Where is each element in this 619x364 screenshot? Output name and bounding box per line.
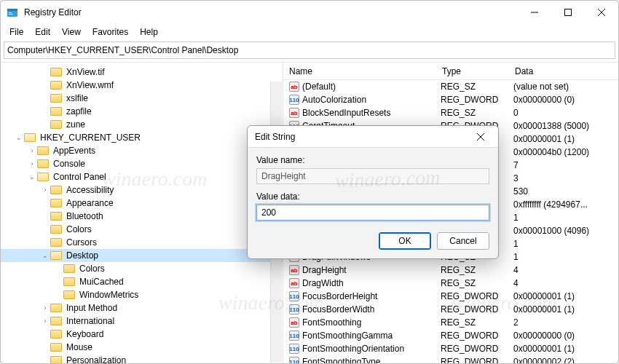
menu-edit[interactable]: Edit	[29, 25, 56, 39]
value-row[interactable]: 110AutoColorizationREG_DWORD0x00000000 (…	[283, 93, 618, 106]
tree-item[interactable]: Keyboard	[1, 328, 283, 341]
tree-label: Colors	[65, 224, 93, 234]
tree-item[interactable]: Colors	[1, 262, 283, 275]
chevron-down-icon[interactable]: ⌄	[40, 252, 50, 259]
tree-item[interactable]: Appearance	[1, 197, 283, 210]
value-row[interactable]: abBlockSendInputResetsREG_SZ0	[283, 106, 618, 119]
tree-item[interactable]: WindowMetrics	[1, 288, 283, 301]
svg-rect-3	[9, 14, 13, 15]
tree-item[interactable]: Personalization	[1, 354, 283, 363]
chevron-right-icon[interactable]: ›	[27, 147, 37, 154]
tree-label: Mouse	[65, 342, 94, 352]
col-data[interactable]: Data	[509, 66, 618, 76]
menu-help[interactable]: Help	[134, 25, 164, 39]
value-row[interactable]: 110FocusBorderWidthREG_DWORD0x00000001 (…	[283, 303, 618, 316]
folder-icon	[50, 225, 62, 234]
value-type: REG_DWORD	[441, 357, 513, 363]
ok-button[interactable]: OK	[379, 232, 431, 250]
chevron-down-icon[interactable]: ⌄	[14, 134, 24, 141]
value-data: 0x00000001 (1)	[513, 134, 618, 144]
tree-item[interactable]: xslfile	[1, 92, 283, 105]
maximize-button[interactable]	[551, 1, 585, 24]
value-row[interactable]: 110FontSmoothingGammaREG_DWORD0x00000000…	[283, 329, 618, 342]
string-value-icon: ab	[289, 82, 299, 92]
value-row[interactable]: 110FontSmoothingTypeREG_DWORD0x00000002 …	[283, 355, 618, 363]
tree-item[interactable]: XnView.wmf	[1, 79, 283, 92]
chevron-right-icon[interactable]: ›	[40, 317, 50, 325]
col-type[interactable]: Type	[436, 66, 509, 76]
value-row[interactable]: abDragHeightREG_SZ4	[283, 264, 618, 277]
value-row[interactable]: 110FontSmoothingOrientationREG_DWORD0x00…	[283, 342, 618, 355]
tree-label: WindowMetrics	[78, 290, 140, 300]
tree-label: Accessibility	[65, 185, 115, 195]
value-row[interactable]: ab(Default)REG_SZ(value not set)	[283, 80, 618, 93]
folder-icon	[37, 159, 49, 168]
tree-item[interactable]: ⌄Desktop	[1, 249, 283, 262]
value-name: FontSmoothing	[302, 317, 441, 328]
tree-item[interactable]: ⌄Control Panel	[1, 170, 283, 183]
folder-icon	[50, 212, 62, 221]
dialog-titlebar[interactable]: Edit String	[248, 126, 498, 148]
value-data: 7	[513, 160, 618, 170]
tree-item[interactable]: ›Input Method	[1, 301, 283, 314]
chevron-right-icon[interactable]: ›	[27, 160, 37, 167]
svg-rect-5	[565, 9, 572, 16]
tree-item[interactable]: Colors	[1, 223, 283, 236]
tree-item[interactable]: ›Accessibility	[1, 183, 283, 197]
tree-item[interactable]: ›International	[1, 314, 283, 328]
value-data: 0x00000001 (1)	[513, 344, 618, 354]
folder-icon	[50, 94, 62, 103]
dialog-close-button[interactable]	[470, 127, 491, 147]
tree-label: Desktop	[65, 250, 100, 261]
value-row[interactable]: abFontSmoothingREG_SZ2	[283, 316, 618, 329]
value-type: REG_DWORD	[441, 344, 513, 354]
tree-item[interactable]: zapfile	[1, 105, 283, 118]
value-data: 1	[513, 239, 618, 249]
value-data: 0xffffffff (4294967...	[513, 199, 618, 210]
address-bar[interactable]	[4, 41, 615, 59]
tree-item[interactable]: ›AppEvents	[1, 144, 283, 157]
dword-value-icon: 110	[289, 95, 299, 105]
tree-item[interactable]: Bluetooth	[1, 210, 283, 223]
menu-favorites[interactable]: Favorites	[87, 25, 134, 39]
value-data: 4	[513, 278, 618, 288]
tree-panel[interactable]: XnView.tifXnView.wmfxslfilezapfilezune⌄H…	[1, 63, 283, 363]
folder-icon	[24, 133, 36, 142]
menu-file[interactable]: File	[4, 25, 29, 39]
folder-icon	[50, 120, 62, 129]
tree-item[interactable]: XnView.tif	[1, 66, 283, 79]
value-data: 0x00000000 (0)	[513, 95, 618, 105]
titlebar[interactable]: Registry Editor	[1, 1, 618, 24]
value-name: AutoColorization	[302, 95, 441, 105]
value-row[interactable]: 110FocusBorderHeightREG_DWORD0x00000001 …	[283, 290, 618, 303]
tree-item[interactable]: Mouse	[1, 341, 283, 354]
value-data-label: Value data:	[256, 191, 489, 202]
value-data: 0x00001388 (5000)	[513, 121, 618, 131]
chevron-right-icon[interactable]: ›	[40, 304, 50, 312]
app-title: Registry Editor	[24, 7, 518, 17]
tree-item[interactable]: Cursors	[1, 236, 283, 249]
menu-view[interactable]: View	[56, 25, 87, 39]
col-name[interactable]: Name	[283, 66, 436, 76]
value-name: FocusBorderHeight	[302, 291, 441, 301]
address-input[interactable]	[7, 45, 612, 55]
list-header[interactable]: Name Type Data	[283, 63, 618, 80]
value-row[interactable]: abDragWidthREG_SZ4	[283, 277, 618, 290]
close-button[interactable]	[585, 1, 618, 24]
value-type: REG_DWORD	[441, 331, 513, 341]
value-type: REG_DWORD	[441, 95, 513, 105]
tree-item[interactable]: zune	[1, 118, 283, 131]
value-data-input[interactable]	[256, 205, 489, 221]
tree-label: Control Panel	[52, 172, 108, 182]
menubar: File Edit View Favorites Help	[1, 24, 618, 40]
tree-label: XnView.wmf	[65, 80, 115, 90]
tree-item[interactable]: ⌄HKEY_CURRENT_USER	[1, 131, 283, 144]
chevron-down-icon[interactable]: ⌄	[27, 173, 37, 181]
chevron-right-icon[interactable]: ›	[40, 186, 50, 194]
cancel-button[interactable]: Cancel	[437, 232, 489, 250]
minimize-button[interactable]	[518, 1, 551, 24]
dword-value-icon: 110	[289, 344, 299, 354]
value-data: 0x00000002 (2)	[513, 357, 618, 363]
tree-item[interactable]: MuiCached	[1, 275, 283, 288]
tree-item[interactable]: ›Console	[1, 157, 283, 170]
